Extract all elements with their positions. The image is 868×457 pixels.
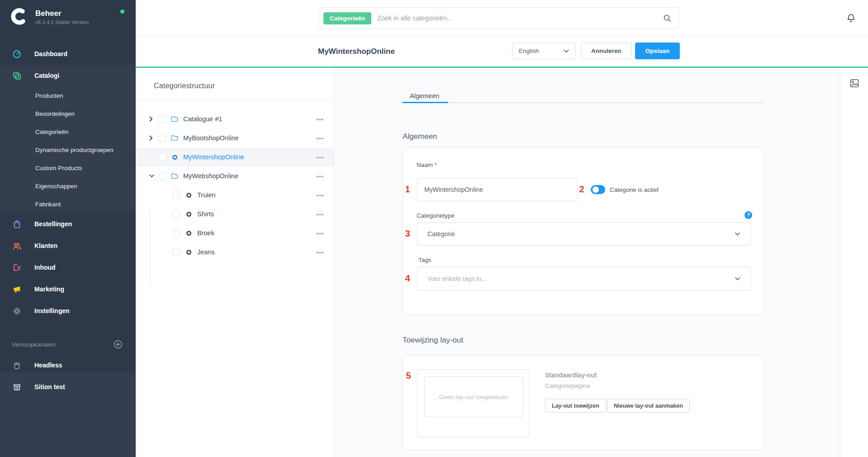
language-select-value: English <box>519 48 564 54</box>
tree-checkbox[interactable] <box>172 248 180 256</box>
tree-node-label[interactable]: Shirts <box>197 210 316 218</box>
row-menu-button[interactable]: ••• <box>316 116 324 123</box>
toggle-knob <box>593 186 599 193</box>
tree-rows: Catalogue #1 ••• MyBootshopOnline ••• <box>136 100 334 262</box>
tree-row-selected[interactable]: MyWintershopOnline ••• <box>136 148 334 167</box>
row-menu-button[interactable]: ••• <box>316 249 324 256</box>
topbar: Categorieën <box>136 0 868 36</box>
section-heading-layout: Toewijzing lay-out <box>403 336 463 345</box>
category-active-toggle[interactable] <box>591 185 605 194</box>
row-menu-button[interactable]: ••• <box>316 211 324 218</box>
cancel-button[interactable]: Annuleren <box>581 43 632 59</box>
tree-row[interactable]: Catalogue #1 ••• <box>136 109 334 129</box>
sidebar-item-catalogi[interactable]: Catalogi <box>0 65 136 86</box>
tree-checkbox[interactable] <box>172 229 180 237</box>
sidebar-subitem-categorieen[interactable]: Categorieën <box>0 123 136 141</box>
sidebar-subitem-producten[interactable]: Producten <box>0 86 136 105</box>
chevron-down-icon <box>564 49 569 53</box>
search-input[interactable] <box>377 14 679 22</box>
sidebar-item-instellingen[interactable]: Instellingen <box>0 300 136 322</box>
app-logo-row[interactable]: Beheer v6.3.4.1 Stable Version <box>9 5 127 31</box>
megaphone-icon <box>12 284 22 294</box>
basket-icon <box>12 360 22 370</box>
tree-checkbox[interactable] <box>172 210 180 218</box>
section-heading-general: Algemeen <box>403 132 437 141</box>
language-select[interactable]: English <box>512 43 576 59</box>
tree-checkbox[interactable] <box>158 172 166 180</box>
tree-indent-line <box>150 209 151 285</box>
sales-channels-section: Verkoopkanalen <box>0 338 136 351</box>
chevron-down-icon <box>735 232 740 236</box>
tree-row[interactable]: MyBootshopOnline ••• <box>136 129 334 148</box>
tree-checkbox[interactable] <box>158 115 166 123</box>
sidebar-item-klanten[interactable]: Klanten <box>0 235 136 257</box>
sidebar-subitem-fabrikant[interactable]: Fabrikant <box>0 195 136 213</box>
tree-checkbox[interactable] <box>158 153 166 161</box>
tags-input[interactable] <box>427 275 735 282</box>
image-icon[interactable] <box>849 78 860 89</box>
category-active-label: Categorie is actief <box>610 186 659 193</box>
row-menu-button[interactable]: ••• <box>316 135 324 142</box>
chevron-right-icon[interactable] <box>149 117 154 122</box>
notifications-bell-icon[interactable] <box>846 13 856 25</box>
content-icon <box>12 262 22 272</box>
help-icon[interactable]: ? <box>745 211 752 219</box>
tree-row[interactable]: MyWebshopOnline ••• <box>136 167 334 186</box>
sidebar-channel-headless[interactable]: Headless <box>0 354 136 376</box>
sidebar-subitem-dynamische-productgroepen[interactable]: Dynamische productgroepen <box>0 141 136 159</box>
category-circle-icon <box>185 210 193 218</box>
category-type-select[interactable]: Categorie <box>417 222 751 246</box>
tree-node-label[interactable]: Jeans <box>197 248 316 256</box>
row-menu-button[interactable]: ••• <box>316 173 324 180</box>
tree-node-label[interactable]: MyWebshopOnline <box>183 172 316 180</box>
row-menu-button[interactable]: ••• <box>316 230 324 237</box>
tab-algemeen[interactable]: Algemeen <box>410 92 439 100</box>
row-menu-button[interactable]: ••• <box>316 192 324 199</box>
sidebar-item-label: Headless <box>34 362 62 369</box>
tree-row[interactable]: Shirts ••• <box>136 205 334 224</box>
chevron-down-icon[interactable] <box>149 174 154 179</box>
tree-checkbox[interactable] <box>158 134 166 142</box>
new-layout-button[interactable]: Nieuwe lay-out aanmaken <box>607 399 690 413</box>
tree-node-label[interactable]: Catalogue #1 <box>183 115 316 123</box>
sidebar-item-marketing[interactable]: Marketing <box>0 278 136 300</box>
row-menu-button[interactable]: ••• <box>316 154 324 161</box>
name-input[interactable] <box>417 178 578 201</box>
sidebar-subitem-eigenschappen[interactable]: Eigenschappen <box>0 177 136 195</box>
shopping-bag-icon <box>12 219 22 229</box>
add-sales-channel-button[interactable] <box>113 339 123 351</box>
category-circle-icon <box>185 191 193 199</box>
tags-select[interactable] <box>417 267 751 290</box>
users-icon <box>12 241 22 251</box>
search-icon[interactable] <box>663 14 672 24</box>
sidebar-item-inhoud[interactable]: Inhoud <box>0 257 136 278</box>
search-scope-chip[interactable]: Categorieën <box>323 12 371 24</box>
layout-default-title: Standaardlay-out <box>545 371 597 379</box>
chevron-down-icon <box>735 277 740 281</box>
tree-checkbox[interactable] <box>172 191 180 199</box>
sidebar-subitem-beoordelingen[interactable]: Beoordelingen <box>0 105 136 123</box>
sidebar-item-bestellingen[interactable]: Bestellingen <box>0 213 136 235</box>
sidebar-item-label: Instellingen <box>34 307 70 314</box>
tree-row[interactable]: Jeans ••• <box>136 243 334 262</box>
tree-node-label[interactable]: Truien <box>197 191 316 199</box>
layout-preview-box[interactable]: Geen lay-out toegewezen <box>417 369 530 437</box>
tree-node-label[interactable]: MyBootshopOnline <box>183 134 316 142</box>
global-search[interactable]: Categorieën <box>318 7 679 29</box>
sidebar-subitem-custom-products[interactable]: Custom Products <box>0 159 136 177</box>
sidebar-item-dashboard[interactable]: Dashboard <box>0 43 136 65</box>
chevron-right-icon[interactable] <box>149 136 154 141</box>
sidebar-channel-sition-test[interactable]: Sition test <box>0 376 136 398</box>
tree-row[interactable]: Truien ••• <box>136 186 334 205</box>
save-button[interactable]: Opslaan <box>635 43 680 59</box>
sidebar-item-label: Catalogi <box>34 72 59 79</box>
assign-layout-button[interactable]: Lay-out toewijzen <box>545 399 606 413</box>
tree-row[interactable]: Broek ••• <box>136 224 334 243</box>
type-field-label: Categorietype <box>417 212 455 219</box>
sidebar-item-label: Marketing <box>34 286 64 293</box>
tree-node-label[interactable]: Broek <box>197 229 316 237</box>
page-header: MyWintershopOnline English Annuleren Ops… <box>136 36 868 67</box>
catalog-icon <box>12 71 22 81</box>
tree-node-label[interactable]: MyWintershopOnline <box>183 153 316 161</box>
annotation-4: 4 <box>405 273 410 284</box>
